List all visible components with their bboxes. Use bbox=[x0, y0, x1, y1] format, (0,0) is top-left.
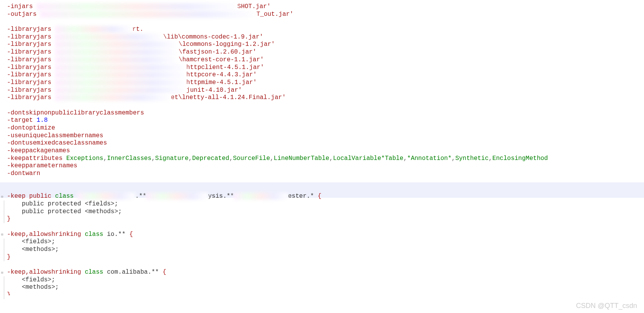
code-line: -libraryjars \fastjson-1.2.60.jar' bbox=[7, 49, 644, 56]
code-line bbox=[7, 223, 644, 231]
indent-guide bbox=[4, 239, 4, 261]
code-line: -libraryjars \lib\commons-codec-1.9.jar' bbox=[7, 34, 644, 41]
code-line: -keepattributes Exceptions,InnerClasses,… bbox=[7, 155, 644, 163]
code-line: -dontwarn bbox=[7, 170, 644, 178]
code-line: <methods>; bbox=[7, 284, 644, 291]
code-line: -useuniqueclassmembernames bbox=[7, 132, 644, 140]
code-line: -libraryjars httpmime-4.5.1.jar' bbox=[7, 79, 644, 87]
code-line: -keepparameternames bbox=[7, 162, 644, 170]
code-line: -libraryjars httpclient-4.5.1.jar' bbox=[7, 64, 644, 72]
code-line: -keep,allowshrinking class io.** { bbox=[7, 231, 644, 239]
fold-toggle[interactable]: ⊟ bbox=[1, 269, 3, 277]
code-line: -keep public class .** ysis.** ester.* { bbox=[7, 193, 644, 200]
code-line: -outjars T_out.jar' bbox=[7, 11, 644, 19]
code-line: -libraryjars \lcommons-logging-1.2.jar' bbox=[7, 41, 644, 49]
code-line: } bbox=[7, 291, 644, 295]
code-line: } bbox=[7, 215, 644, 223]
code-line bbox=[7, 18, 644, 26]
code-line: -target 1.8 bbox=[7, 117, 644, 125]
code-line: public protected <fields>; bbox=[7, 200, 644, 208]
code-editor: -injars SHOT.jar'-outjars T_out.jar' -li… bbox=[0, 0, 644, 295]
code-line: <fields>; bbox=[7, 276, 644, 284]
code-line: -dontusemixedcaseclassnames bbox=[7, 140, 644, 147]
code-line: -libraryjars et\lnetty-all-4.1.24.Final.… bbox=[7, 94, 644, 102]
code-line: -libraryjars rt. bbox=[7, 26, 644, 34]
code-line: } bbox=[7, 254, 644, 261]
code-line: -injars SHOT.jar' bbox=[7, 3, 644, 11]
fold-toggle[interactable]: ⊟ bbox=[1, 231, 3, 239]
indent-guide bbox=[4, 276, 4, 299]
code-line: -libraryjars httpcore-4.4.3.jar' bbox=[7, 71, 644, 79]
code-line: public protected <methods>; bbox=[7, 208, 644, 216]
code-line: -libraryjars \hamcrest-core-1.1.jar' bbox=[7, 56, 644, 64]
code-line bbox=[7, 261, 644, 269]
fold-toggle[interactable]: ⊟ bbox=[1, 193, 3, 201]
code-line bbox=[7, 102, 644, 109]
code-line: -keeppackagenames bbox=[7, 147, 644, 155]
indent-guide bbox=[4, 200, 4, 223]
code-line: -libraryjars junit-4.10.jar' bbox=[7, 87, 644, 94]
code-line bbox=[7, 178, 644, 185]
code-line: <methods>; bbox=[7, 246, 644, 254]
code-line: -keep,allowshrinking class com.alibaba.*… bbox=[7, 269, 644, 276]
code-line: -dontskipnonpubliclibraryclassmembers bbox=[7, 109, 644, 117]
code-line bbox=[7, 185, 644, 193]
watermark: CSDN @QTT_csdn bbox=[576, 302, 637, 310]
code-line: <fields>; bbox=[7, 238, 644, 246]
code-line: -dontoptimize bbox=[7, 125, 644, 132]
